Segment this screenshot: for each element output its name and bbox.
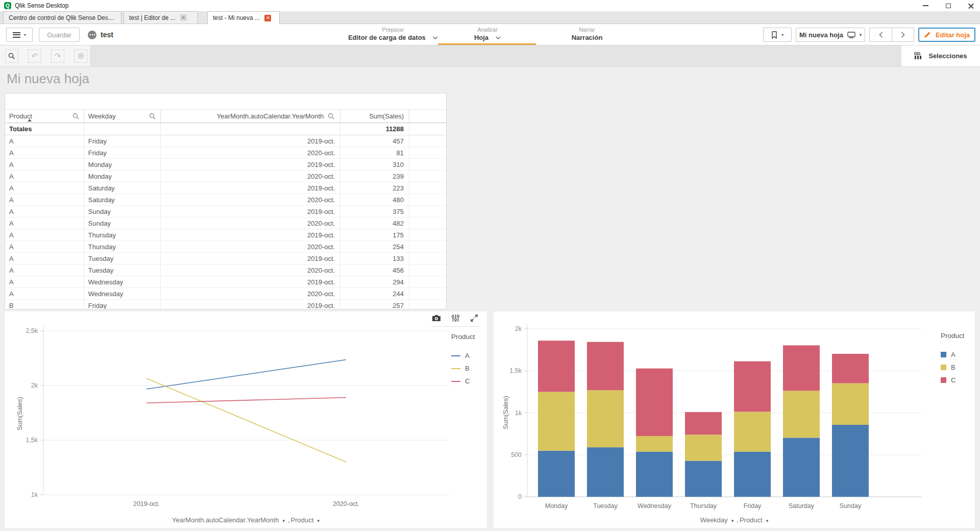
table-cell[interactable]: Wednesday [84,288,161,299]
table-cell[interactable]: Wednesday [84,276,161,287]
search-icon[interactable] [149,113,156,120]
bar-segment-B[interactable] [832,383,869,425]
table-cell[interactable]: 2020-oct. [161,218,341,229]
exploration-menu-icon[interactable] [450,313,461,323]
line-series-B[interactable] [146,378,346,462]
table-row[interactable]: AThursday2019-oct.175 [5,229,446,241]
bar-segment-C[interactable] [538,341,575,392]
table-cell[interactable]: 2019-oct. [161,276,341,287]
table-row[interactable]: AWednesday2020-oct.244 [5,288,446,300]
table-cell[interactable]: 223 [340,182,409,194]
chevron-down-icon[interactable] [496,36,501,39]
x-tick-label[interactable]: Wednesday [638,502,672,510]
legend-item-C[interactable]: C [941,376,976,384]
table-cell[interactable]: Monday [84,159,161,170]
previous-sheet-button[interactable] [869,28,892,42]
line-chart[interactable]: 1k1,5k2k2,5k2019-oct.2020-oct. [5,311,487,528]
line-series-A[interactable] [146,359,346,389]
x-tick-label[interactable]: Sunday [840,502,862,510]
table-row[interactable]: ASunday2020-oct.482 [5,218,446,229]
snapshot-camera-icon[interactable] [431,313,442,323]
table-cell[interactable]: 2019-oct. [161,135,341,147]
table-cell[interactable]: 257 [340,300,409,309]
table-cell[interactable]: A [5,218,84,229]
table-row[interactable]: BFriday2019-oct.257 [5,300,446,309]
line-series-C[interactable] [146,398,346,403]
table-cell[interactable]: 456 [340,264,409,276]
table-cell[interactable]: Thursday [84,241,161,252]
redo-selection-icon[interactable]: ↷ [52,50,64,62]
sheet-selector-button[interactable]: Mi nueva hoja ▾ [796,28,865,42]
column-header-weekday[interactable]: Weekday [84,110,161,123]
tab-hub[interactable]: Centro de control de Qlik Sense Desktop [3,11,121,23]
table-cell[interactable]: A [5,147,84,158]
table-row[interactable]: AFriday2020-oct.81 [5,147,446,159]
tab-close-icon[interactable] [180,14,187,21]
app-chip[interactable]: test [88,28,113,42]
dimension-label[interactable]: Product [291,516,314,524]
table-cell[interactable]: 482 [340,218,409,229]
nav-prepare[interactable]: Preparar Editor de carga de datos [337,24,449,45]
maximize-icon[interactable] [946,4,951,8]
table-cell[interactable]: A [5,135,84,147]
bar-segment-A[interactable] [783,438,820,497]
dimension-label[interactable]: Weekday [700,516,728,524]
minimize-icon[interactable] [923,5,928,6]
table-cell[interactable]: A [5,276,84,287]
table-cell[interactable]: A [5,182,84,194]
table-cell[interactable]: A [5,194,84,205]
table-cell[interactable]: Friday [84,147,161,158]
bar-segment-C[interactable] [685,412,722,435]
table-cell[interactable]: A [5,159,84,170]
table-cell[interactable]: 2019-oct. [161,300,341,309]
table-cell[interactable]: Thursday [84,229,161,240]
table-cell[interactable]: 239 [340,171,409,182]
table-cell[interactable]: A [5,171,84,182]
bar-segment-C[interactable] [734,361,771,412]
nav-analyze[interactable]: Analizar Hoja [447,24,528,45]
table-cell[interactable]: 175 [340,229,409,240]
bar-chart[interactable]: 05001k1,5k2kMondayTuesdayWednesdayThursd… [494,311,975,528]
column-header-yearmonth[interactable]: YearMonth.autoCalendar.YearMonth [161,110,341,123]
x-tick-label[interactable]: 2019-oct. [133,500,160,508]
table-cell[interactable]: 2019-oct. [161,159,341,170]
table-cell[interactable]: 294 [340,276,409,287]
bar-segment-C[interactable] [783,345,820,391]
column-header-product[interactable]: Product [5,110,84,123]
table-cell[interactable]: 2020-oct. [161,241,341,252]
table-cell[interactable]: A [5,241,84,252]
table-cell[interactable]: 2020-oct. [161,147,341,158]
table-cell[interactable]: 480 [340,194,409,205]
legend-item-A[interactable]: A [451,352,487,359]
table-cell[interactable]: A [5,264,84,276]
legend-item-B[interactable]: B [941,364,976,371]
table-cell[interactable]: Tuesday [84,264,161,276]
bookmark-button[interactable]: ▾ [763,28,792,42]
table-cell[interactable]: A [5,288,84,299]
tab-sheet-active[interactable]: test - Mi nueva ... [207,11,280,24]
nav-narrate[interactable]: Narrar Narración [551,24,623,45]
table-cell[interactable]: 244 [340,288,409,299]
table-cell[interactable]: 2020-oct. [161,264,341,276]
x-tick-label[interactable]: Friday [744,502,762,510]
table-cell[interactable]: 375 [340,206,409,217]
table-cell[interactable]: A [5,253,84,264]
save-button[interactable]: Guardar [39,28,80,42]
bar-segment-A[interactable] [636,451,673,497]
bar-segment-C[interactable] [587,342,624,391]
table-cell[interactable]: 133 [340,253,409,264]
bar-segment-A[interactable] [685,461,722,497]
smart-search-icon[interactable] [6,50,18,62]
bar-segment-A[interactable] [538,451,575,497]
chevron-down-icon[interactable] [279,516,285,524]
bar-segment-C[interactable] [832,354,869,383]
chevron-down-icon[interactable] [313,516,320,524]
table-cell[interactable]: 457 [340,135,409,147]
bar-segment-A[interactable] [587,447,624,497]
table-row[interactable]: ATuesday2020-oct.456 [5,264,446,276]
bar-segment-B[interactable] [587,390,624,447]
table-row[interactable]: ATuesday2019-oct.133 [5,253,446,264]
search-icon[interactable] [72,113,80,120]
table-cell[interactable]: 2019-oct. [161,229,341,240]
table-cell[interactable]: A [5,206,84,217]
